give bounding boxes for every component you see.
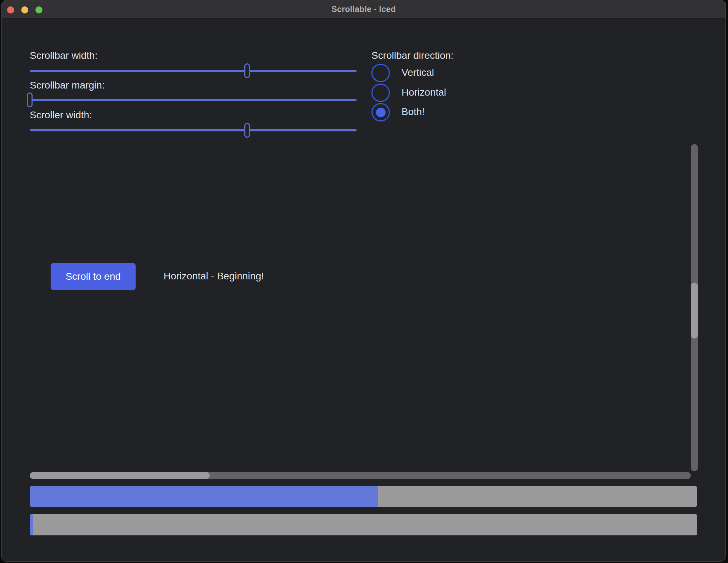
- minimize-window-button[interactable]: [21, 6, 28, 13]
- progress-fill: [30, 514, 33, 535]
- scroller-width-slider[interactable]: [30, 129, 357, 131]
- scrollbar-margin-slider[interactable]: [30, 99, 357, 101]
- radio-vertical[interactable]: [371, 64, 390, 82]
- scrollbar-direction-label: Scrollbar direction:: [371, 50, 454, 61]
- scrollbar-margin-slider-handle[interactable]: [27, 92, 33, 107]
- vertical-scrollbar-thumb[interactable]: [691, 283, 698, 339]
- scroller-width-label: Scroller width:: [30, 109, 92, 121]
- radio-both[interactable]: [371, 103, 390, 121]
- titlebar: Scrollable - Iced: [2, 0, 726, 19]
- radio-horizontal[interactable]: [371, 84, 390, 102]
- vertical-scrollbar-track[interactable]: [691, 144, 698, 471]
- horizontal-scrollbar-track[interactable]: [30, 472, 691, 479]
- horizontal-scrollbar-thumb[interactable]: [30, 472, 210, 479]
- radio-horizontal-label[interactable]: Horizontal: [402, 87, 446, 98]
- scrollbar-width-label: Scrollbar width:: [30, 50, 97, 61]
- scroll-status-text: Horizontal - Beginning!: [164, 271, 264, 282]
- scroll-to-end-button[interactable]: Scroll to end: [51, 263, 136, 290]
- radio-dot: [376, 108, 386, 117]
- scroller-width-slider-handle[interactable]: [244, 123, 250, 138]
- traffic-lights: [7, 0, 42, 19]
- scrollbar-width-slider-handle[interactable]: [244, 63, 250, 78]
- scrollbar-margin-label: Scrollbar margin:: [30, 80, 105, 91]
- progress-fill: [30, 486, 378, 507]
- close-window-button[interactable]: [7, 6, 14, 13]
- radio-vertical-label[interactable]: Vertical: [402, 67, 434, 78]
- horizontal-progress-bar: [30, 486, 697, 507]
- app-window: Scrollable - Iced Scrollbar width: Scrol…: [1, 0, 726, 562]
- vertical-progress-bar: [30, 514, 697, 535]
- scrollbar-width-slider[interactable]: [30, 70, 357, 72]
- zoom-window-button[interactable]: [35, 6, 42, 13]
- radio-both-label[interactable]: Both!: [402, 106, 425, 118]
- window-title: Scrollable - Iced: [331, 5, 396, 14]
